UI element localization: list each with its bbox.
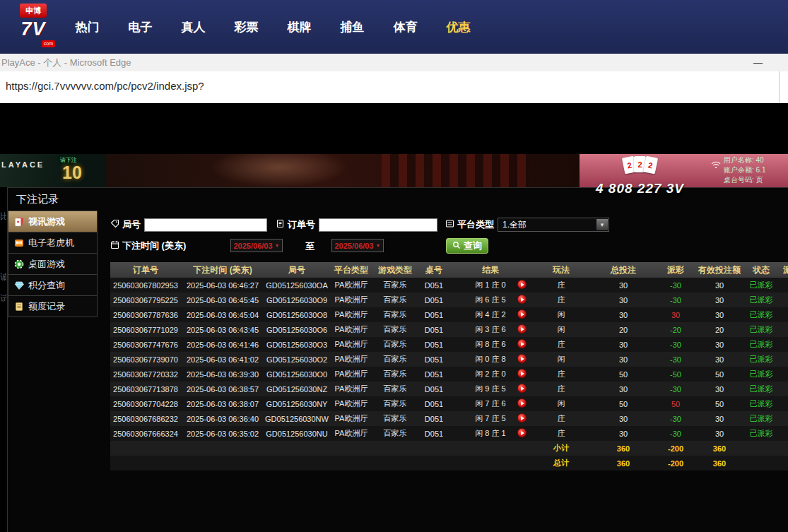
minimize-button[interactable]: — — [753, 57, 763, 68]
result-text: 闲 3 庄 6 — [475, 324, 505, 335]
cell-paytime — [780, 367, 788, 382]
play-result-button[interactable] — [517, 324, 527, 333]
cell-table: D051 — [417, 426, 451, 441]
cell-play: 庄 — [530, 411, 592, 426]
sidebar-item-credit-records[interactable]: 额度记录 — [8, 295, 98, 317]
play-result-button[interactable] — [517, 398, 527, 408]
sidebar-item-video-games[interactable]: 视讯游戏 — [8, 211, 98, 232]
bet-time-label: 下注时间 (美东) — [122, 240, 186, 252]
cell-time: 2025-06-03 06:46:27 — [181, 278, 264, 292]
search-icon — [452, 241, 461, 252]
cell-paytime — [780, 411, 788, 426]
play-result-button[interactable] — [517, 369, 527, 378]
cell-game: 百家乐 — [373, 426, 417, 441]
cell-time: 2025-06-03 06:45:04 — [181, 307, 264, 322]
cell-time: 2025-06-03 06:38:57 — [181, 382, 264, 396]
browser-urlbar[interactable]: https://gci.7vvvvvv.com/pc/pcv2/index.js… — [0, 71, 788, 103]
play-result-button[interactable] — [517, 295, 527, 304]
query-button-label: 查询 — [464, 240, 482, 252]
playace-brand: LAYACE — [1, 160, 45, 169]
diamond-icon — [14, 280, 24, 290]
table-row: 2506030677952252025-06-03 06:45:45GD0512… — [110, 292, 788, 307]
site-logo[interactable]: 申博 7V com — [13, 4, 54, 50]
cell-total: 360 — [592, 441, 654, 456]
nav-item-cards[interactable]: 棋牌 — [273, 19, 326, 35]
date-from-value: 2025/06/03 — [234, 242, 273, 250]
play-result-button[interactable] — [517, 428, 527, 437]
cell-result: 闲 2 庄 0 — [451, 367, 530, 382]
sidebar-item-table-games[interactable]: 桌面游戏 — [8, 253, 98, 275]
cell-payout: -30 — [654, 382, 697, 396]
cell-valid: 50 — [697, 367, 742, 382]
table-row: 2506030677042282025-06-03 06:38:07GD0512… — [110, 396, 788, 411]
url-text[interactable]: https://gci.7vvvvvv.com/pc/pcv2/index.js… — [6, 80, 204, 92]
column-header: 平台类型 — [329, 262, 373, 278]
play-result-button[interactable] — [517, 413, 527, 422]
sidebar-item-points-query[interactable]: 积分查询 — [8, 274, 98, 296]
cell-platform: PA欧洲厅 — [329, 322, 373, 337]
cell-payout: -30 — [654, 426, 697, 441]
chevron-down-icon[interactable]: ▼ — [596, 219, 608, 230]
column-header: 结果 — [451, 262, 530, 278]
page-background: LAYACE 请下注 10 2 2 2 用户名称: 40 账户余额: 6.1 — [0, 103, 788, 532]
cell-total: 30 — [592, 382, 654, 396]
round-number-input[interactable] — [144, 218, 267, 232]
cell-play: 庄 — [530, 426, 592, 441]
cell-platform: PA欧洲厅 — [329, 367, 373, 382]
nav-item-lottery[interactable]: 彩票 — [220, 19, 273, 35]
nav-item-hot[interactable]: 热门 — [61, 19, 114, 35]
cell-order: 250603067802953 — [110, 278, 181, 292]
cell-result: 闲 7 庄 6 — [451, 396, 530, 411]
platform-type-select[interactable]: 1.全部 ▼ — [498, 218, 609, 232]
cell-valid: 50 — [697, 396, 742, 411]
play-result-button[interactable] — [517, 280, 527, 289]
sidebar-item-slots[interactable]: 电子老虎机 — [8, 232, 98, 254]
cell-round — [264, 456, 329, 471]
nav-item-live[interactable]: 真人 — [167, 19, 220, 35]
nav-item-fishing[interactable]: 捕鱼 — [326, 19, 379, 35]
cell-order: 250603067747676 — [110, 337, 181, 352]
cell-valid: 30 — [697, 426, 742, 441]
cell-round: GD051256030NZ — [264, 382, 329, 396]
date-to-select[interactable]: 2025/06/03 ▼ — [331, 239, 384, 252]
play-result-button[interactable] — [517, 384, 527, 393]
cell-payout: 30 — [654, 307, 697, 322]
cell-order: 250603067713878 — [110, 382, 181, 396]
cell-status: 已派彩 — [742, 292, 780, 307]
platform-type-filter: 平台类型 1.全部 ▼ — [445, 218, 609, 232]
query-button[interactable]: 查询 — [446, 238, 488, 254]
cell-result: 闲 1 庄 0 — [451, 278, 530, 292]
cell-status: 已派彩 — [742, 352, 780, 367]
cell-paytime — [780, 396, 788, 411]
cell-status: 已派彩 — [742, 426, 780, 441]
logo-badge: 申博 — [20, 4, 47, 18]
date-from-select[interactable]: 2025/06/03 ▼ — [230, 239, 283, 252]
cell-total: 30 — [592, 426, 654, 441]
nav-item-sports[interactable]: 体育 — [379, 19, 432, 35]
order-number-input[interactable] — [319, 218, 437, 232]
cell-round: GD051256030NW — [264, 411, 329, 426]
cell-time: 2025-06-03 06:43:45 — [181, 322, 264, 337]
nav-item-promo[interactable]: 优惠 — [432, 19, 485, 35]
cell-paytime — [780, 337, 788, 352]
play-result-button[interactable] — [517, 309, 527, 319]
play-result-button[interactable] — [517, 339, 527, 348]
order-number-label: 订单号 — [288, 218, 315, 231]
nav-item-slots[interactable]: 电子 — [114, 19, 167, 35]
cell-total: 30 — [592, 352, 654, 367]
cell-order: 250603067704228 — [110, 396, 181, 411]
result-text: 闲 6 庄 5 — [475, 295, 505, 305]
column-header: 订单号 — [110, 262, 181, 278]
bet-time-filter: 下注时间 (美东) — [110, 239, 189, 253]
cell-valid: 30 — [697, 411, 742, 426]
cell-time: 2025-06-03 06:41:02 — [181, 352, 264, 367]
platform-type-value: 1.全部 — [502, 219, 527, 231]
column-header: 总投注 — [592, 262, 654, 278]
cell-status: 已派彩 — [742, 367, 780, 382]
cell-paytime — [780, 441, 788, 456]
cell-result: 闲 6 庄 5 — [451, 292, 530, 307]
play-result-button[interactable] — [517, 354, 527, 363]
table-body: 2506030678029532025-06-03 06:46:27GD0512… — [110, 278, 788, 471]
panel-sidebar: 视讯游戏 电子老虎机 桌面游戏 积分查询 — [8, 211, 98, 317]
cell-time: 2025-06-03 06:35:02 — [181, 426, 264, 441]
